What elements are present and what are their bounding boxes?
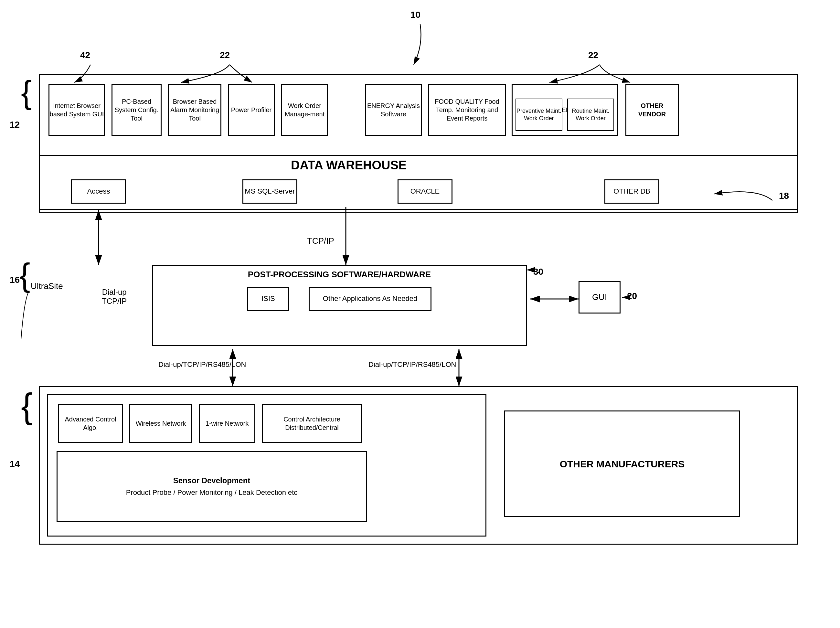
ms-sql-box: MS SQL-Server [242,179,297,204]
oracle-box: ORACLE [398,179,453,204]
ref-22a: 22 [220,50,230,60]
sensor-dev-title: Sensor Development [173,475,251,486]
dialup-right-label: Dial-up/TCP/IP/RS485/LON [368,360,456,369]
internet-browser-box: Internet Browser based System GUI [49,84,105,136]
ref-18: 18 [779,191,789,201]
power-profiler-box: Power Profiler [228,84,275,136]
ref-16: 16 [10,275,20,285]
preventive-maint-box: Preventive Maint. Work Order [515,99,562,131]
dialup-label: Dial-up TCP/IP [102,288,127,306]
other-apps-box: Other Applications As Needed [309,287,431,311]
ref-20: 20 [627,291,637,301]
ref-42: 42 [80,50,90,60]
tcpip-label: TCP/IP [307,236,334,246]
other-manufacturers-box: OTHER MANUFACTURERS [504,410,740,517]
access-box: Access [71,179,126,204]
brace-16: { [19,259,30,394]
other-db-box: OTHER DB [605,179,659,204]
pc-based-box: PC-Based System Config. Tool [112,84,162,136]
isis-box: ISIS [247,287,289,311]
ref-14: 14 [10,459,20,469]
browser-alarm-box: Browser Based Alarm Monitoring Tool [168,84,221,136]
one-wire-box: 1-wire Network [199,404,255,443]
gui-box: GUI [578,281,621,314]
post-processing-box: POST-PROCESSING SOFTWARE/HARDWARE ISIS O… [152,265,527,346]
energy-analysis-box: ENERGY Analysis Software [365,84,422,136]
advanced-control-box: Advanced Control Algo. [58,404,123,443]
wireless-network-box: Wireless Network [129,404,192,443]
ref-10: 10 [411,10,420,20]
ref-12: 12 [10,120,20,130]
food-quality-box: FOOD QUALITY Food Temp. Monitoring and E… [428,84,506,136]
diagram: 10 42 22 22 12 { Internet Browser based … [0,0,840,628]
data-warehouse-label: DATA WAREHOUSE [291,158,407,172]
brace-12: { [21,76,32,212]
control-arch-box: Control Architecture Distributed/Central [262,404,362,443]
dialup-left-label: Dial-up/TCP/IP/RS485/LON [158,360,246,369]
ref-22b: 22 [588,50,598,60]
ref-30: 30 [533,267,543,277]
brace-14: { [21,388,33,543]
routine-maint-box: Routine Maint. Work Order [567,99,614,131]
work-order-box: Work Order Manage-ment [281,84,328,136]
other-vendor-box: OTHER VENDOR [625,84,679,136]
sensor-dev-box: Sensor Development Product Probe / Power… [57,451,367,522]
ultrasite-label: UltraSite [31,281,63,291]
sensor-dev-desc: Product Probe / Power Monitoring / Leak … [126,488,298,497]
post-processing-label: POST-PROCESSING SOFTWARE/HARDWARE [248,269,431,280]
